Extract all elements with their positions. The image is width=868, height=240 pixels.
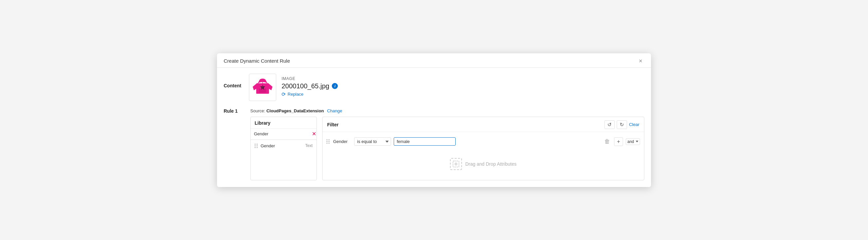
filter-delete-button[interactable]: 🗑 bbox=[603, 138, 611, 146]
filter-panel: Filter ↺ ↻ Clear bbox=[322, 117, 644, 180]
filter-drag-handle-icon bbox=[327, 139, 330, 144]
replace-button[interactable]: ⟳ Replace bbox=[282, 91, 338, 97]
content-info: IMAGE 2000100_65.jpg i ⟳ Replace bbox=[282, 74, 338, 97]
rule-label: Rule 1 bbox=[224, 108, 250, 180]
replace-icon: ⟳ bbox=[282, 91, 286, 97]
hoodie-image bbox=[251, 76, 274, 99]
filter-header: Filter ↺ ↻ Clear bbox=[322, 117, 644, 132]
source-name: CloudPages_DataExtension bbox=[266, 108, 324, 113]
library-item-type: Text bbox=[305, 143, 312, 148]
rule-section: Rule 1 Source: CloudPages_DataExtension … bbox=[224, 108, 644, 180]
content-section: Content bbox=[224, 74, 644, 101]
drag-handle-icon bbox=[255, 144, 258, 148]
source-change-link[interactable]: Change bbox=[327, 108, 342, 113]
library-search-clear-button[interactable]: ✕ bbox=[312, 131, 316, 137]
image-filename-row: 2000100_65.jpg i bbox=[282, 82, 338, 90]
filter-title: Filter bbox=[327, 122, 339, 127]
create-dynamic-content-modal: Create Dynamic Content Rule × Content bbox=[217, 53, 651, 187]
image-type-label: IMAGE bbox=[282, 76, 338, 81]
clear-button[interactable]: Clear bbox=[629, 122, 639, 127]
undo-button[interactable]: ↺ bbox=[604, 120, 615, 129]
rule-main: Source: CloudPages_DataExtension Change … bbox=[250, 108, 644, 180]
drag-drop-label: Drag and Drop Attributes bbox=[465, 161, 517, 167]
library-header: Library bbox=[251, 117, 316, 129]
source-bar: Source: CloudPages_DataExtension Change bbox=[250, 108, 644, 113]
modal-header: Create Dynamic Content Rule × bbox=[217, 53, 651, 68]
library-panel: Library ✕ bbox=[250, 117, 317, 180]
info-icon[interactable]: i bbox=[332, 83, 338, 89]
drag-drop-area: Drag and Drop Attributes bbox=[327, 148, 640, 177]
filter-row: Gender is equal to is not equal to conta… bbox=[327, 135, 640, 148]
modal-title: Create Dynamic Content Rule bbox=[224, 58, 290, 64]
filter-field-name: Gender bbox=[333, 139, 351, 144]
filter-actions: ↺ ↻ Clear bbox=[604, 120, 639, 129]
filter-add-button[interactable]: + bbox=[614, 137, 623, 146]
filter-and-dropdown[interactable]: and or bbox=[626, 138, 640, 145]
filter-and-label: and or bbox=[626, 138, 640, 145]
redo-button[interactable]: ↻ bbox=[617, 120, 627, 129]
drag-drop-icon bbox=[450, 158, 462, 170]
source-prefix: Source: bbox=[250, 108, 265, 113]
library-search-input[interactable] bbox=[254, 131, 310, 136]
library-item-left: Gender bbox=[255, 143, 275, 148]
content-image-thumbnail bbox=[249, 74, 276, 101]
library-item-name: Gender bbox=[260, 143, 275, 148]
content-label: Content bbox=[224, 74, 244, 88]
rule-columns: Library ✕ bbox=[250, 117, 644, 180]
modal-body: Content bbox=[217, 68, 651, 187]
library-search-row: ✕ bbox=[251, 129, 316, 140]
library-item[interactable]: Gender Text bbox=[251, 140, 316, 152]
filename-text: 2000100_65.jpg bbox=[282, 82, 329, 90]
replace-label: Replace bbox=[287, 92, 304, 97]
filter-body: Gender is equal to is not equal to conta… bbox=[322, 132, 644, 180]
filter-operator-select[interactable]: is equal to is not equal to contains bbox=[354, 137, 391, 146]
close-button[interactable]: × bbox=[637, 57, 644, 65]
filter-value-input[interactable] bbox=[394, 137, 456, 146]
